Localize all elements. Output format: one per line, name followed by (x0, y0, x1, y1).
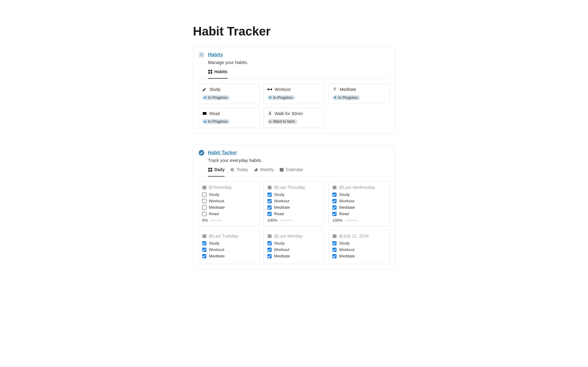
habit-check-row: Study (332, 241, 386, 245)
day-card[interactable]: @Last Thursday Study Workout Meditate Re… (263, 182, 325, 227)
day-card[interactable]: @July 21, 2024 Study Workout Meditate (328, 230, 390, 264)
progress-text: 100% (332, 218, 342, 223)
habits-panel: Habits Manage your habits. Habits Study … (193, 47, 395, 134)
checkbox[interactable] (267, 241, 272, 245)
checkbox[interactable] (267, 254, 272, 258)
habit-card[interactable]: Workout In Progress (263, 84, 325, 104)
checkbox[interactable] (202, 254, 206, 258)
day-title: @Last Tuesday (209, 234, 239, 238)
status-text: In Progress (208, 95, 228, 100)
checkbox[interactable] (202, 241, 206, 245)
checkbox[interactable] (332, 193, 337, 197)
habit-label: Study (209, 241, 220, 245)
view-today[interactable]: Today (230, 167, 248, 174)
habit-label: Meditate (274, 254, 290, 258)
habit-label: Read (339, 212, 349, 216)
status-text: Want to form (273, 119, 295, 124)
checkbox[interactable] (267, 212, 272, 216)
habit-label: Read (209, 212, 219, 216)
habit-label: Meditate (209, 205, 225, 210)
checkbox[interactable] (332, 199, 337, 203)
checkbox[interactable] (332, 254, 337, 258)
view-label: Weekly (260, 167, 274, 172)
habit-label: Workout (209, 199, 224, 203)
checkbox[interactable] (202, 212, 206, 216)
study-icon (202, 87, 207, 92)
habit-label: Meditate (209, 254, 225, 258)
tracker-title-link[interactable]: Habit Tacker (208, 150, 237, 155)
checkbox[interactable] (202, 199, 206, 203)
habit-card[interactable]: Meditate In Progress (328, 84, 390, 104)
habit-check-row: Meditate (267, 205, 321, 210)
habit-label: Study (209, 192, 220, 197)
habit-check-row: Read (202, 212, 256, 216)
status-badge: In Progress (267, 95, 295, 100)
view-weekly[interactable]: Weekly (254, 167, 274, 174)
status-badge: Want to form (267, 119, 297, 124)
day-card[interactable]: @Yesterday Study Workout Meditate Read 0… (198, 182, 260, 227)
progress-text: 0% (202, 218, 208, 223)
checkbox[interactable] (332, 212, 337, 216)
status-text: In Progress (273, 95, 293, 100)
view-label: Today (236, 167, 248, 172)
habits-desc: Manage your habits. (208, 60, 390, 65)
checkbox[interactable] (332, 248, 337, 252)
checkbox[interactable] (202, 248, 206, 252)
check-circle-icon (198, 149, 205, 156)
day-title: @Last Wednesday (339, 185, 375, 190)
habit-check-row: Read (332, 212, 386, 216)
checkbox[interactable] (267, 199, 272, 203)
habit-label: Study (274, 241, 285, 245)
day-card[interactable]: @Last Monday Study Workout Meditate (263, 230, 325, 264)
habit-label: Meditate (339, 254, 355, 258)
day-card[interactable]: @Last Wednesday Study Workout Meditate R… (328, 182, 390, 227)
grid-icon (208, 69, 213, 74)
habit-check-row: Read (267, 212, 321, 216)
checkbox[interactable] (332, 241, 337, 245)
day-title: @July 21, 2024 (339, 234, 369, 238)
habit-check-row: Meditate (332, 205, 386, 210)
walk-icon (267, 111, 272, 116)
tracker-desc: Track your everyday habits. (208, 158, 390, 163)
habit-check-row: Study (267, 192, 321, 197)
habits-title-link[interactable]: Habits (208, 52, 223, 58)
habit-label: Meditate (274, 205, 290, 210)
habit-label: Study (339, 241, 350, 245)
habit-label: Study (274, 192, 285, 197)
habit-card[interactable]: Read In Progress (198, 108, 260, 128)
habit-label: Workout (339, 247, 354, 252)
habit-label: Study (339, 192, 350, 197)
habit-name: Walk for 30min (275, 111, 303, 116)
read-icon (202, 111, 207, 116)
sun-icon (198, 51, 205, 58)
view-label: Habits (214, 69, 228, 74)
workout-icon (267, 87, 272, 92)
checkbox[interactable] (267, 248, 272, 252)
calendar-icon (332, 234, 337, 238)
checkbox[interactable] (202, 205, 206, 210)
habit-card[interactable]: Study In Progress (198, 84, 260, 104)
view-label: Daily (214, 167, 224, 172)
habit-check-row: Meditate (332, 254, 386, 258)
view-calendar[interactable]: Calendar (279, 167, 303, 174)
view-daily[interactable]: Daily (208, 167, 224, 174)
habit-check-row: Study (202, 241, 256, 245)
grid-icon (208, 167, 213, 172)
checkbox[interactable] (202, 193, 206, 197)
habit-card[interactable]: Walk for 30min Want to form (263, 108, 325, 128)
habit-check-row: Workout (332, 247, 386, 252)
habit-check-row: Meditate (202, 205, 256, 210)
checkbox[interactable] (267, 193, 272, 197)
checkbox[interactable] (267, 205, 272, 210)
meditate-icon (332, 87, 337, 92)
habit-check-row: Workout (202, 247, 256, 252)
habit-label: Workout (339, 199, 354, 203)
checkbox[interactable] (332, 205, 337, 210)
day-title: @Yesterday (209, 185, 232, 190)
status-text: In Progress (208, 119, 228, 124)
progress-row: 100% (332, 218, 386, 223)
habit-check-row: Study (267, 241, 321, 245)
view-habits[interactable]: Habits (208, 69, 228, 76)
day-title: @Last Thursday (274, 185, 305, 190)
day-card[interactable]: @Last Tuesday Study Workout Meditate (198, 230, 260, 264)
